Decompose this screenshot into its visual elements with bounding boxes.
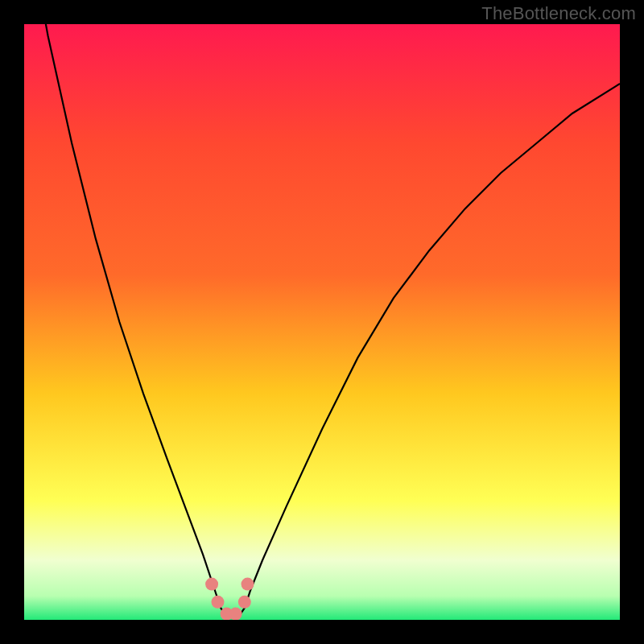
gradient-background [24, 24, 620, 620]
trough-marker [229, 608, 242, 620]
plot-svg [24, 24, 620, 620]
trough-marker [212, 596, 225, 609]
plot-area [24, 24, 620, 620]
trough-marker [242, 578, 254, 591]
watermark-text: TheBottleneck.com [481, 3, 636, 24]
trough-marker [205, 578, 218, 591]
trough-marker [238, 596, 251, 609]
